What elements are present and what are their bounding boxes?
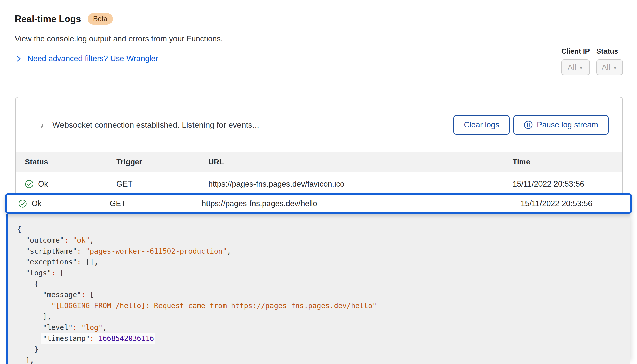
row-trigger: GET: [110, 199, 202, 208]
log-card: Websocket connection established. Listen…: [15, 97, 623, 196]
check-circle-icon: [25, 180, 34, 188]
websocket-status-message: Websocket connection established. Listen…: [52, 120, 259, 130]
row-url: https://pages-fns.pages.dev/favicon.ico: [208, 179, 513, 189]
row-status: Ok: [31, 199, 42, 208]
caret-down-icon: ▼: [579, 65, 583, 71]
wrangler-link-label: Need advanced filters? Use Wrangler: [27, 54, 158, 63]
row-trigger: GET: [116, 179, 208, 189]
log-toolbar: Websocket connection established. Listen…: [16, 97, 622, 152]
expanded-log-code: { "outcome": "ok", "scriptName": "pages-…: [17, 224, 630, 364]
page-description: View the console.log output and errors f…: [15, 34, 223, 43]
row-status: Ok: [38, 179, 48, 189]
column-header-trigger: Trigger: [116, 158, 208, 166]
beta-badge: Beta: [88, 13, 113, 25]
caret-down-icon: ▼: [613, 65, 617, 71]
clear-logs-button[interactable]: Clear logs: [453, 115, 510, 135]
clear-logs-label: Clear logs: [464, 120, 499, 129]
table-header: Status Trigger URL Time: [16, 152, 622, 172]
pause-icon: [524, 120, 533, 129]
page-header: Real-time Logs Beta View the console.log…: [15, 13, 223, 63]
spinner-icon: [35, 120, 44, 129]
status-filter-select[interactable]: All ▼: [596, 59, 623, 75]
client-ip-filter-label: Client IP: [561, 47, 590, 55]
column-header-url: URL: [208, 158, 513, 166]
expanded-log-panel: { "outcome": "ok", "scriptName": "pages-…: [6, 214, 630, 364]
table-row-selected[interactable]: Ok GET https://pages-fns.pages.dev/hello…: [5, 193, 632, 214]
row-url: https://pages-fns.pages.dev/hello: [202, 199, 521, 208]
wrangler-link[interactable]: Need advanced filters? Use Wrangler: [15, 54, 223, 63]
column-header-status: Status: [25, 158, 116, 166]
status-filter-value: All: [602, 63, 610, 72]
filters: Client IP All ▼ Status All ▼: [561, 47, 623, 75]
row-time: 15/11/2022 20:53:56: [521, 199, 630, 208]
client-ip-filter-select[interactable]: All ▼: [561, 59, 590, 75]
client-ip-filter-value: All: [568, 63, 576, 72]
pause-log-stream-label: Pause log stream: [537, 120, 598, 129]
page-title: Real-time Logs: [15, 14, 81, 24]
pause-log-stream-button[interactable]: Pause log stream: [513, 115, 609, 135]
chevron-right-icon: [15, 55, 22, 62]
check-circle-icon: [18, 199, 27, 208]
column-header-time: Time: [513, 158, 622, 166]
row-time: 15/11/2022 20:53:56: [513, 179, 622, 189]
status-filter-label: Status: [596, 47, 623, 55]
table-row[interactable]: Ok GET https://pages-fns.pages.dev/favic…: [16, 172, 622, 196]
